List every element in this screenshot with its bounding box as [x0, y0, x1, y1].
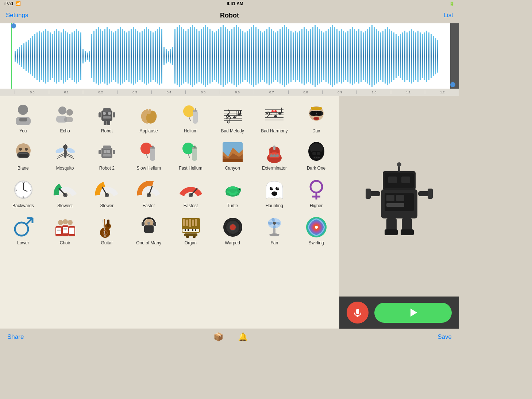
svg-rect-76: [179, 25, 180, 87]
svg-rect-78: [183, 29, 184, 84]
svg-rect-380: [186, 236, 189, 238]
slow-helium-icon: [136, 139, 162, 165]
effect-robot[interactable]: Robot: [87, 101, 127, 135]
guitar-icon: [94, 214, 120, 240]
effect-turtle[interactable]: Turtle: [212, 175, 253, 210]
effect-echo[interactable]: Echo: [45, 101, 85, 135]
effect-mosquito[interactable]: Mosquito: [45, 138, 85, 172]
effect-haunting[interactable]: Haunting: [254, 175, 295, 210]
record-button[interactable]: [347, 302, 369, 324]
svg-rect-268: [104, 150, 107, 153]
svg-rect-403: [401, 177, 410, 183]
svg-point-332: [271, 191, 277, 196]
svg-rect-74: [174, 29, 176, 84]
svg-rect-20: [56, 29, 57, 84]
svg-rect-160: [363, 32, 364, 80]
effect-robot2[interactable]: Robot 2: [87, 138, 127, 172]
effect-you[interactable]: You: [3, 101, 43, 135]
svg-rect-155: [352, 27, 353, 85]
effect-backwards[interactable]: 12 3 6 9 Backwards: [3, 175, 43, 210]
svg-rect-282: [194, 146, 196, 148]
svg-point-342: [58, 220, 63, 225]
svg-rect-300: [317, 152, 320, 155]
svg-rect-377: [192, 229, 193, 231]
play-button[interactable]: [374, 303, 452, 323]
effect-blane[interactable]: Blane: [3, 138, 43, 172]
effect-higher[interactable]: Higher: [296, 175, 336, 210]
status-right: 🔋: [449, 1, 455, 6]
effect-lower[interactable]: Lower: [3, 213, 43, 247]
svg-rect-172: [389, 29, 390, 84]
list-button[interactable]: List: [444, 12, 453, 19]
svg-rect-96: [223, 25, 224, 87]
svg-rect-109: [251, 27, 252, 85]
svg-rect-63: [150, 31, 151, 82]
svg-rect-414: [356, 309, 359, 314]
svg-rect-168: [380, 32, 381, 80]
svg-rect-369: [183, 219, 185, 226]
effect-applause[interactable]: Applause: [128, 101, 169, 135]
effect-organ[interactable]: Organ: [170, 213, 211, 247]
effect-bad-harmony[interactable]: 𝄢 Bad Harmony: [254, 101, 295, 135]
effect-canyon[interactable]: Canyon: [212, 138, 253, 172]
dark-one-label: Dark One: [307, 166, 325, 171]
svg-rect-106: [244, 32, 246, 80]
slowest-label: Slowest: [57, 203, 73, 208]
right-trim-handle[interactable]: [450, 82, 455, 87]
svg-rect-31: [80, 32, 81, 80]
effect-dark-one[interactable]: Dark One: [296, 138, 336, 172]
svg-rect-293: [273, 146, 275, 150]
svg-rect-139: [317, 27, 318, 85]
svg-rect-267: [103, 146, 111, 149]
svg-rect-372: [192, 220, 194, 226]
choir-icon: [52, 214, 78, 240]
settings-button[interactable]: Settings: [6, 12, 28, 19]
svg-rect-183: [413, 31, 414, 82]
left-trim-handle[interactable]: [11, 23, 16, 28]
svg-rect-51: [124, 31, 125, 82]
svg-rect-270: [103, 154, 111, 156]
effect-slowest[interactable]: Slowest: [45, 175, 85, 210]
effect-choir[interactable]: Choir: [45, 213, 85, 247]
svg-point-237: [274, 115, 277, 117]
svg-rect-2: [17, 49, 18, 63]
svg-point-242: [274, 110, 277, 112]
svg-point-260: [66, 147, 76, 154]
effect-fastest[interactable]: Fastest: [170, 175, 211, 210]
save-button[interactable]: Save: [437, 333, 452, 341]
svg-rect-378: [195, 229, 196, 231]
effect-exterminator[interactable]: Exterminator: [254, 138, 295, 172]
effect-bad-melody[interactable]: 𝄞 Bad Melody: [212, 101, 253, 135]
status-left: iPad 📶: [4, 1, 21, 6]
turtle-label: Turtle: [227, 203, 238, 208]
blane-icon: [10, 139, 36, 165]
svg-line-279: [188, 154, 190, 158]
effect-warped[interactable]: Warped: [212, 213, 253, 247]
effect-slower[interactable]: Slower: [87, 175, 127, 210]
svg-rect-94: [218, 29, 219, 84]
svg-rect-49: [120, 27, 121, 85]
svg-rect-129: [295, 31, 296, 82]
effect-helium[interactable]: Helium: [170, 101, 211, 135]
effect-guitar[interactable]: Guitar: [87, 213, 127, 247]
svg-rect-92: [214, 32, 215, 80]
svg-rect-21: [58, 31, 59, 82]
svg-rect-54: [131, 29, 132, 84]
svg-rect-22: [61, 32, 62, 80]
share-button[interactable]: Share: [7, 333, 24, 341]
effect-faster[interactable]: Faster: [128, 175, 169, 210]
effect-fast-helium[interactable]: Fast Helium: [170, 138, 211, 172]
svg-point-405: [397, 162, 401, 167]
effect-swirling[interactable]: Swirling: [296, 213, 336, 247]
svg-point-329: [236, 193, 239, 195]
svg-point-292: [276, 154, 279, 157]
svg-rect-132: [301, 29, 302, 84]
svg-rect-142: [323, 32, 324, 80]
effect-one-of-many[interactable]: One of Many: [128, 213, 169, 247]
svg-marker-417: [410, 309, 417, 317]
effect-dax[interactable]: Dax: [296, 101, 336, 135]
effect-slow-helium[interactable]: Slow Helium: [128, 138, 169, 172]
svg-rect-184: [415, 32, 416, 80]
svg-rect-202: [101, 111, 112, 121]
effect-fan[interactable]: Fan: [254, 213, 295, 247]
